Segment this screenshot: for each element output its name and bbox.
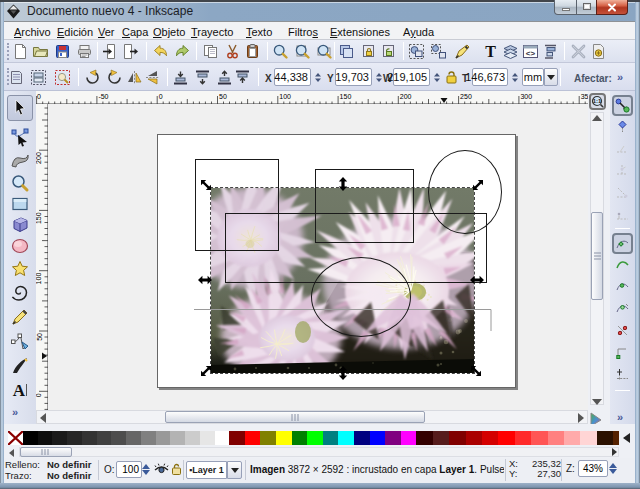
svg-text:50: 50 bbox=[219, 93, 227, 100]
svg-text:0: 0 bbox=[36, 393, 43, 397]
svg-text:200: 200 bbox=[400, 93, 412, 100]
svg-text:<>: <> bbox=[526, 49, 536, 58]
svg-text:200: 200 bbox=[36, 152, 43, 164]
svg-text:300: 300 bbox=[520, 93, 532, 100]
svg-text:-50: -50 bbox=[98, 93, 108, 100]
svg-text:0: 0 bbox=[37, 93, 41, 100]
svg-text:250: 250 bbox=[460, 93, 472, 100]
svg-text:0: 0 bbox=[159, 93, 163, 100]
svg-text:T: T bbox=[485, 43, 496, 60]
svg-text:150: 150 bbox=[340, 93, 352, 100]
svg-text:A: A bbox=[13, 381, 26, 400]
svg-text:100: 100 bbox=[279, 93, 291, 100]
svg-text:100: 100 bbox=[36, 273, 43, 285]
svg-text:1:1: 1:1 bbox=[593, 98, 602, 104]
svg-text:150: 150 bbox=[36, 212, 43, 224]
svg-text:350: 350 bbox=[581, 93, 588, 100]
svg-text:50: 50 bbox=[36, 333, 43, 341]
